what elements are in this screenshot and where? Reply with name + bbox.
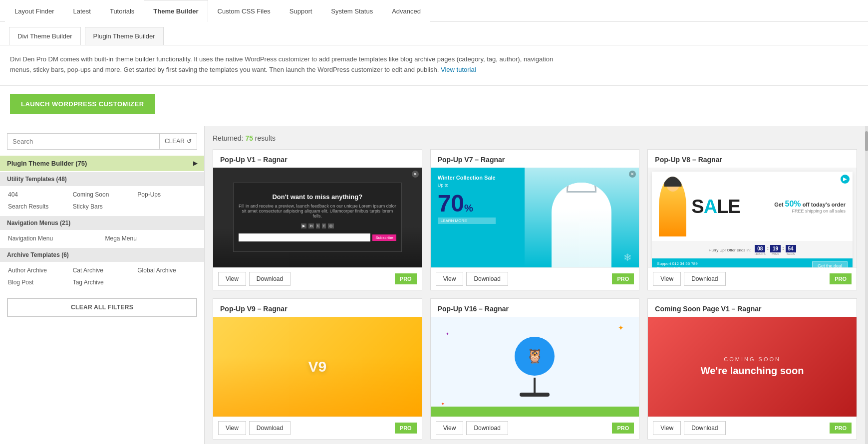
- download-button[interactable]: Download: [466, 272, 508, 286]
- card-title: Pop-Up V16 – Ragnar: [438, 305, 632, 313]
- top-nav-tabs: Layout Finder Latest Tutorials Theme Bui…: [0, 0, 868, 22]
- tab-plugin-theme-builder[interactable]: Plugin Theme Builder: [85, 27, 164, 45]
- filter-404[interactable]: 404: [5, 189, 70, 200]
- card-popup-v8: Pop-Up V8 – Ragnar: [647, 149, 857, 290]
- pro-badge: PRO: [612, 273, 634, 284]
- view-button[interactable]: View: [653, 421, 681, 435]
- card-footer: View Download PRO: [431, 267, 639, 290]
- clear-label: CLEAR: [165, 138, 185, 145]
- filter-plugin-theme-builder[interactable]: Plugin Theme Builder (75) ▶: [0, 156, 204, 171]
- tab-layout-finder[interactable]: Layout Finder: [5, 0, 64, 22]
- download-button[interactable]: Download: [249, 272, 290, 286]
- filter-utility-templates: Utility Templates (48): [0, 172, 204, 186]
- card-header: Pop-Up V9 – Ragnar: [213, 299, 422, 317]
- card-footer: View Download PRO: [648, 417, 857, 439]
- filter-tag-archive[interactable]: Tag Archive: [70, 277, 135, 288]
- card-header: Pop-Up V8 – Ragnar: [648, 150, 857, 168]
- tab-divi-theme-builder[interactable]: Divi Theme Builder: [9, 27, 81, 45]
- results-header: Returned: 75 results: [213, 134, 857, 142]
- top-nav: Layout Finder Latest Tutorials Theme Bui…: [0, 0, 868, 22]
- card-footer: View Download PRO: [648, 267, 857, 290]
- view-button[interactable]: View: [218, 421, 246, 435]
- scrollbar[interactable]: [865, 126, 868, 444]
- card-popup-v16: Pop-Up V16 – Ragnar 🦉: [430, 298, 640, 440]
- download-button[interactable]: Download: [249, 421, 290, 435]
- card-popup-v1: Pop-Up V1 – Ragnar Don't want to miss an…: [213, 149, 422, 290]
- pro-badge: PRO: [612, 423, 634, 434]
- tab-latest[interactable]: Latest: [64, 0, 100, 22]
- tab-support[interactable]: Support: [280, 0, 322, 22]
- sub-tabs: Divi Theme Builder Plugin Theme Builder: [0, 22, 868, 45]
- view-button[interactable]: View: [436, 421, 464, 435]
- card-title: Pop-Up V8 – Ragnar: [655, 156, 850, 164]
- card-footer: View Download PRO: [431, 417, 639, 439]
- card-header: Pop-Up V1 – Ragnar: [213, 150, 422, 168]
- filter-sticky-bars[interactable]: Sticky Bars: [70, 201, 135, 212]
- main-area: CLEAR ↺ Plugin Theme Builder (75) ▶ Util…: [0, 126, 868, 444]
- card-header: Pop-Up V7 – Ragnar: [431, 150, 639, 168]
- card-title: Coming Soon Page V1 – Ragnar: [655, 305, 850, 313]
- tab-tutorials[interactable]: Tutorials: [100, 0, 144, 22]
- card-title: Pop-Up V1 – Ragnar: [220, 156, 415, 164]
- card-title: Pop-Up V7 – Ragnar: [438, 156, 632, 164]
- scrollbar-thumb[interactable]: [865, 131, 868, 151]
- archive-template-items: Author Archive Cat Archive Global Archiv…: [0, 262, 204, 291]
- pro-badge: PRO: [395, 423, 417, 434]
- filter-archive-templates: Archive Templates (6): [0, 248, 204, 262]
- card-header: Coming Soon Page V1 – Ragnar: [648, 299, 857, 317]
- launch-customizer-button[interactable]: LAUNCH WORDPRESS CUSTOMIZER: [10, 94, 155, 114]
- download-button[interactable]: Download: [466, 421, 508, 435]
- filter-navigation-menus: Navigation Menus (21): [0, 216, 204, 230]
- chevron-right-icon: ▶: [193, 160, 197, 167]
- clear-search-button[interactable]: CLEAR ↺: [159, 134, 197, 149]
- card-footer: View Download PRO: [213, 267, 422, 290]
- card-footer: View Download PRO: [213, 417, 422, 439]
- filter-coming-soon[interactable]: Coming Soon: [70, 189, 135, 200]
- filter-navigation-menu[interactable]: Navigation Menu: [5, 233, 102, 244]
- search-input[interactable]: [7, 134, 159, 149]
- card-popup-v7: Pop-Up V7 – Ragnar: [430, 149, 640, 290]
- card-image: Winter Collection Sale Up to 70% LEARN M…: [431, 168, 639, 267]
- filter-global-archive[interactable]: Global Archive: [134, 265, 199, 276]
- card-image: Don't want to miss anything? Fill in and…: [213, 168, 422, 267]
- filter-pop-ups[interactable]: Pop-Ups: [134, 189, 199, 200]
- description-text: Divi Den Pro DM comes with built-in them…: [10, 54, 559, 75]
- card-image: 🦉 ✦ ✦ ✦: [431, 317, 639, 417]
- pro-badge: PRO: [830, 273, 852, 284]
- filter-cat-archive[interactable]: Cat Archive: [70, 265, 135, 276]
- download-button[interactable]: Download: [684, 421, 725, 435]
- tab-custom-css[interactable]: Custom CSS Files: [208, 0, 280, 22]
- card-image: COMING SOON We're launching soon: [648, 317, 857, 417]
- card-image: SALE Get 50% off today's order FREE ship…: [648, 168, 857, 267]
- card-title: Pop-Up V9 – Ragnar: [220, 305, 415, 313]
- view-tutorial-link[interactable]: View tutorial: [441, 66, 476, 73]
- view-button[interactable]: View: [218, 272, 246, 286]
- tab-system-status[interactable]: System Status: [321, 0, 382, 22]
- description-area: Divi Den Pro DM comes with built-in them…: [0, 45, 868, 86]
- card-coming-soon-v1: Coming Soon Page V1 – Ragnar COMING SOON…: [647, 298, 857, 440]
- filter-search-results[interactable]: Search Results: [5, 201, 70, 212]
- view-button[interactable]: View: [653, 272, 681, 286]
- download-button[interactable]: Download: [684, 272, 725, 286]
- view-button[interactable]: View: [436, 272, 464, 286]
- pro-badge: PRO: [395, 273, 417, 284]
- filter-author-archive[interactable]: Author Archive: [5, 265, 70, 276]
- card-popup-v9: Pop-Up V9 – Ragnar V9 View Download PRO: [213, 298, 422, 440]
- filter-blog-post[interactable]: Blog Post: [5, 277, 70, 288]
- tab-theme-builder[interactable]: Theme Builder: [144, 0, 208, 22]
- sidebar: CLEAR ↺ Plugin Theme Builder (75) ▶ Util…: [0, 126, 205, 444]
- pro-badge: PRO: [830, 423, 852, 434]
- card-header: Pop-Up V16 – Ragnar: [431, 299, 639, 317]
- filter-header-label: Plugin Theme Builder (75): [7, 160, 87, 167]
- search-row: CLEAR ↺: [7, 133, 197, 150]
- clear-all-filters-button[interactable]: CLEAR ALL FILTERS: [7, 298, 197, 317]
- navigation-menu-items: Navigation Menu Mega Menu: [0, 230, 204, 247]
- content-area: Returned: 75 results Pop-Up V1 – Ragnar …: [205, 126, 865, 444]
- card-image: V9: [213, 317, 422, 417]
- filter-mega-menu[interactable]: Mega Menu: [102, 233, 200, 244]
- refresh-icon: ↺: [187, 138, 192, 145]
- tab-advanced[interactable]: Advanced: [382, 0, 430, 22]
- utility-template-items: 404 Coming Soon Pop-Ups Search Results S…: [0, 186, 204, 215]
- cards-grid: Pop-Up V1 – Ragnar Don't want to miss an…: [213, 149, 857, 440]
